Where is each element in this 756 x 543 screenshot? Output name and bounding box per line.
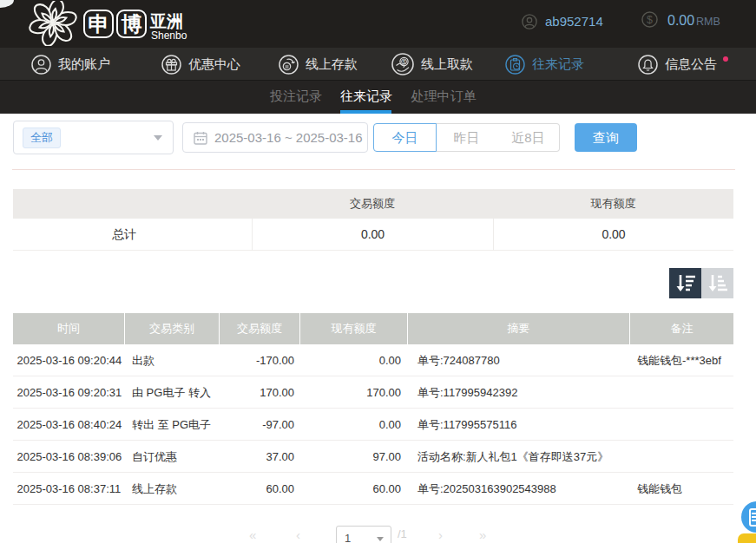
svg-text:$: $ <box>647 14 653 26</box>
svg-text:$: $ <box>403 59 406 65</box>
